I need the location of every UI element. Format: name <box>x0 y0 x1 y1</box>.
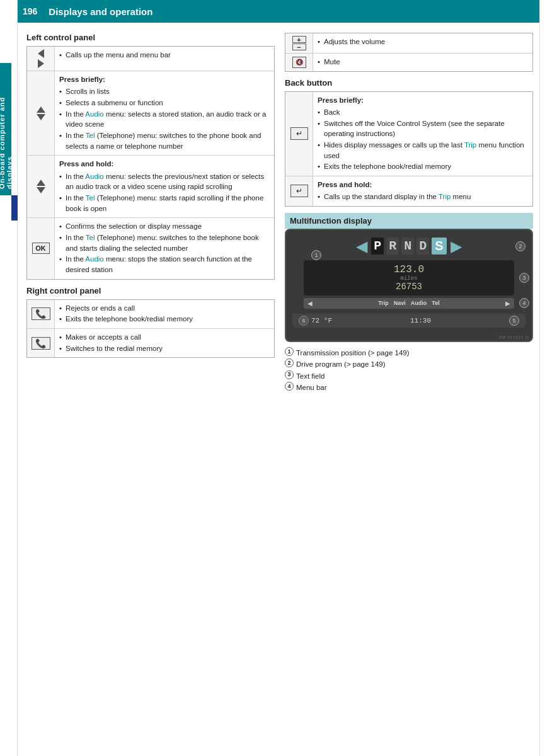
bullet-item: In the Tel (Telephone) menu: starts rapi… <box>59 193 270 214</box>
icon-cell-ud2 <box>27 156 55 217</box>
bullet-item: Makes or accepts a call <box>59 332 270 343</box>
icon-cell-lr <box>27 47 55 71</box>
menu-bar-items: Trip Navi Audio Tel <box>378 300 439 306</box>
icon-cell-phone-end: 📞 <box>27 300 55 328</box>
mute-row: 🔇 Mute <box>285 54 532 71</box>
desc-cell-lr: Calls up the menu and menu bar <box>55 47 274 71</box>
back-button-icon-2: ↵ <box>290 185 308 197</box>
phone-end-icon: 📞 <box>32 307 50 320</box>
control-row-phone-accept: 📞 Makes or accepts a call Switches to th… <box>27 329 274 357</box>
annotation-4-container: 4 <box>519 298 529 308</box>
bullet-item: Exits the telephone book/redial memory <box>318 161 528 172</box>
caption-circle-4: 4 <box>285 382 294 391</box>
bullet-list-ud-brief: Scrolls in lists Selects a submenu or fu… <box>59 86 270 151</box>
caption-text-2: Drive program (> page 149) <box>296 358 386 370</box>
prnd-d: D <box>416 238 429 255</box>
bullet-list-phone-accept: Makes or accepts a call Switches to the … <box>59 332 270 353</box>
watermark: 254 33 b216 31 <box>498 335 529 340</box>
bottom-bar-container: 6 72 °F 11:30 5 <box>292 314 525 328</box>
icon-cell-back-hold: ↵ <box>285 176 313 206</box>
triangle-left-icon <box>38 49 44 58</box>
mfd-caption-list: 1 Transmission position (> page 149) 2 D… <box>285 347 533 394</box>
caption-text-1: Transmission position (> page 149) <box>296 347 410 358</box>
right-column: + − Adjusts the volume 🔇 Mute <box>285 30 533 393</box>
menu-bar-container: ◀ Trip Navi Audio Tel ▶ 4 <box>297 298 520 309</box>
prnd-r: R <box>386 238 399 255</box>
control-row-ud-hold: Press and hold: In the Audio menu: selec… <box>27 156 274 218</box>
mfd-heading: Multifunction display <box>285 213 533 229</box>
caption-item-3: 3 Text field <box>285 370 533 382</box>
caption-circle-2: 2 <box>285 358 294 367</box>
bullet-item: Rejects or ends a call <box>59 303 270 314</box>
triangle-right-icon <box>38 59 44 68</box>
desc-cell-ud-brief: Press briefly: Scrolls in lists Selects … <box>55 71 274 155</box>
bullet-item: In the Audio menu: selects a stored stat… <box>59 109 270 130</box>
right-panel-heading: Right control panel <box>26 286 275 295</box>
control-row-phone-end: 📞 Rejects or ends a call Exits the telep… <box>27 300 274 329</box>
bullet-list-mute: Mute <box>318 57 528 67</box>
page-title: Displays and operation <box>49 6 152 17</box>
back-press-briefly-label: Press briefly: <box>318 95 528 106</box>
press-briefly-label: Press briefly: <box>59 74 270 85</box>
bullet-item: Back <box>318 107 528 118</box>
control-row-lr: Calls up the menu and menu bar <box>27 47 274 71</box>
prnd-s: S <box>432 238 446 255</box>
phone-accept-icon: 📞 <box>32 337 50 350</box>
bullet-item: Exits the telephone book/redial memory <box>59 314 270 324</box>
page-border-right <box>539 0 557 756</box>
prnd-arrow-right: ▶ <box>451 238 462 255</box>
bullet-item: Adjusts the volume <box>318 37 528 47</box>
menu-arrow-left: ◀ <box>307 300 313 307</box>
time-display: 11:30 <box>410 317 431 324</box>
bullet-item: In the Tel (Telephone) menu: switches to… <box>59 130 270 151</box>
bullet-item: In the Tel (Telephone) menu: switches to… <box>59 232 270 253</box>
back-button-heading: Back button <box>285 78 533 88</box>
caption-circle-1: 1 <box>285 347 294 356</box>
desc-cell-mute: Mute <box>313 54 532 71</box>
minus-box: − <box>292 43 306 50</box>
volume-row: + − Adjusts the volume <box>285 33 532 54</box>
menu-arrow-right: ▶ <box>505 300 510 307</box>
bullet-list-back-brief: Back Switches off the Voice Control Syst… <box>318 107 528 172</box>
icon-cell-volume: + − <box>285 33 313 53</box>
bullet-item: Scrolls in lists <box>59 86 270 97</box>
bottom-circle-6: 6 <box>299 316 309 326</box>
plus-box: + <box>292 36 306 43</box>
back-row-brief: ↵ Press briefly: Back Switches off the V… <box>285 92 532 176</box>
triangle-down-icon-2 <box>37 187 45 193</box>
menu-item-trip: Trip <box>378 300 389 306</box>
prnd-arrow-left: ◀ <box>356 238 367 255</box>
bullet-item: Confirms the selection or display messag… <box>59 221 270 232</box>
annotation-1-inner: 1 <box>311 250 321 260</box>
back-row-hold: ↵ Press and hold: Calls up the standard … <box>285 176 532 206</box>
desc-cell-phone-end: Rejects or ends a call Exits the telepho… <box>55 300 274 328</box>
center-display-container: 123.0 miles 26753 3 <box>297 260 520 295</box>
annotation-3: 3 <box>519 273 529 283</box>
desc-cell-ok: Confirms the selection or display messag… <box>55 218 274 278</box>
icon-cell-ok: OK <box>27 218 55 278</box>
prnd-letters: P R N D S <box>371 238 446 255</box>
temp-display: 72 °F <box>311 317 332 324</box>
back-button-icon: ↵ <box>290 127 308 140</box>
bullet-list-back-hold: Calls up the standard display in the Tri… <box>318 192 528 202</box>
bullet-list-ud-hold: In the Audio menu: selects the previous/… <box>59 171 270 214</box>
triangle-up-icon <box>37 106 45 113</box>
caption-text-3: Text field <box>296 370 324 382</box>
header-bar: 196 Displays and operation <box>0 0 557 23</box>
right-control-table: 📞 Rejects or ends a call Exits the telep… <box>26 299 275 358</box>
icon-cell-back-brief: ↵ <box>285 92 313 176</box>
menu-bar-display: ◀ Trip Navi Audio Tel ▶ <box>304 298 514 309</box>
prnd-n: N <box>401 238 414 255</box>
left-column: Left control panel Calls up the menu and… <box>26 30 275 393</box>
caption-circle-3: 3 <box>285 370 294 379</box>
bullet-list-ok: Confirms the selection or display messag… <box>59 221 270 275</box>
bullet-item: Hides display messages or calls up the l… <box>318 140 528 161</box>
center-num-unit: miles <box>309 275 509 282</box>
desc-cell-phone-accept: Makes or accepts a call Switches to the … <box>55 329 274 357</box>
ok-button-icon: OK <box>32 243 50 254</box>
annotation-2: 2 <box>515 241 525 251</box>
icon-cell-mute: 🔇 <box>285 54 313 71</box>
icon-cell-ud <box>27 71 55 155</box>
center-display: 123.0 miles 26753 <box>304 260 514 295</box>
control-row-ud-brief: Press briefly: Scrolls in lists Selects … <box>27 71 274 156</box>
